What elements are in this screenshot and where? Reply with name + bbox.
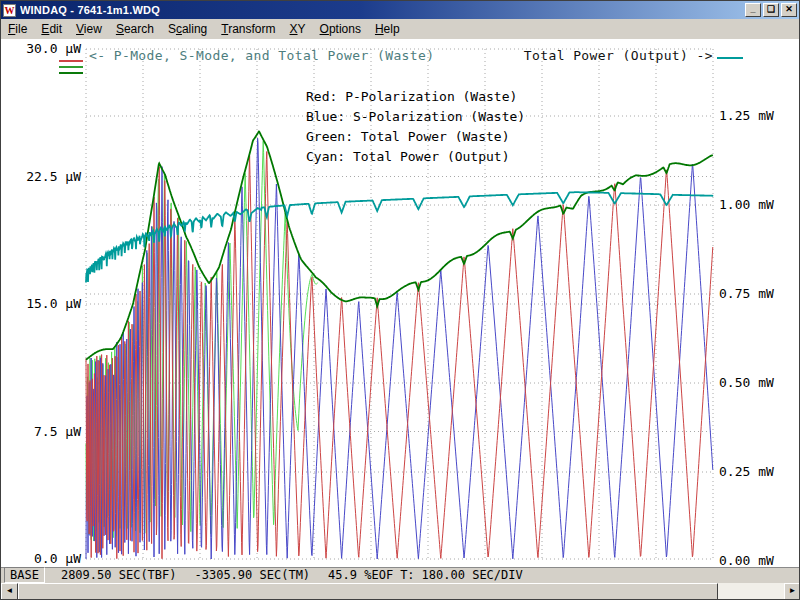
minimize-button[interactable]: _: [745, 3, 761, 17]
status-tbf: 2809.50 SEC(TBF): [61, 568, 177, 582]
left-axis-label: 7.5 μW: [34, 424, 81, 439]
menu-item-view[interactable]: View: [69, 19, 109, 39]
left-axis-label: 22.5 μW: [26, 169, 81, 184]
menu-item-help[interactable]: Help: [368, 19, 407, 39]
close-button[interactable]: ✕: [781, 3, 797, 17]
app-window: W WINDAQ - 7641-1m1.WDQ _ ❏ ✕ FileEditVi…: [0, 0, 800, 600]
scroll-right-icon[interactable]: ►: [784, 583, 800, 600]
right-axis-label: 1.00 mW: [719, 197, 774, 212]
status-tm: -3305.90 SEC(TM): [195, 568, 311, 582]
menu-item-options[interactable]: Options: [313, 19, 368, 39]
title-bar: W WINDAQ - 7641-1m1.WDQ _ ❏ ✕: [1, 1, 799, 19]
app-icon: W: [3, 4, 16, 17]
status-t-label: T:: [400, 568, 414, 582]
plot-title-left: <- P-Mode, S-Mode, and Total Power (Wast…: [89, 48, 435, 63]
menu-item-edit[interactable]: Edit: [34, 19, 69, 39]
right-axis-label: 0.50 mW: [719, 375, 774, 390]
horizontal-scrollbar[interactable]: ◄ ►: [1, 583, 800, 600]
right-axis-label: 0.75 mW: [719, 286, 774, 301]
scrollbar-thumb[interactable]: [18, 583, 718, 600]
window-title: WINDAQ - 7641-1m1.WDQ: [20, 4, 743, 16]
legend-line: Green: Total Power (Waste): [306, 129, 510, 144]
right-axis-label: 0.00 mW: [719, 553, 774, 567]
menu-item-xy[interactable]: XY: [283, 19, 313, 39]
status-bar: BASE 2809.50 SEC(TBF) -3305.90 SEC(TM) 4…: [1, 567, 800, 582]
left-axis-label: 0.0 μW: [34, 551, 81, 566]
status-eof: 45.9 %EOF: [328, 568, 393, 582]
chart-area: <- P-Mode, S-Mode, and Total Power (Wast…: [1, 39, 800, 567]
status-sec-per-div: 180.00 SEC/DIV: [422, 568, 523, 582]
left-axis-label: 30.0 μW: [26, 41, 81, 56]
menu-item-transform[interactable]: Transform: [214, 19, 282, 39]
legend-line: Cyan: Total Power (Output): [306, 149, 510, 164]
plot-title-right: Total Power (Output) ->: [524, 48, 713, 63]
right-axis-label: 1.25 mW: [719, 108, 774, 123]
legend-line: Blue: S-Polarization (Waste): [306, 109, 525, 124]
right-axis-label: 0.25 mW: [719, 464, 774, 479]
menu-item-scaling[interactable]: Scaling: [161, 19, 214, 39]
maximize-button[interactable]: ❏: [763, 3, 779, 17]
menu-item-file[interactable]: File: [1, 19, 34, 39]
menu-bar: FileEditViewSearchScalingTransformXYOpti…: [1, 19, 799, 39]
menu-item-search[interactable]: Search: [109, 19, 161, 39]
base-mode-indicator[interactable]: BASE: [4, 567, 45, 583]
left-axis-label: 15.0 μW: [26, 296, 81, 311]
legend-line: Red: P-Polarization (Waste): [306, 89, 517, 104]
scroll-left-icon[interactable]: ◄: [1, 583, 18, 600]
